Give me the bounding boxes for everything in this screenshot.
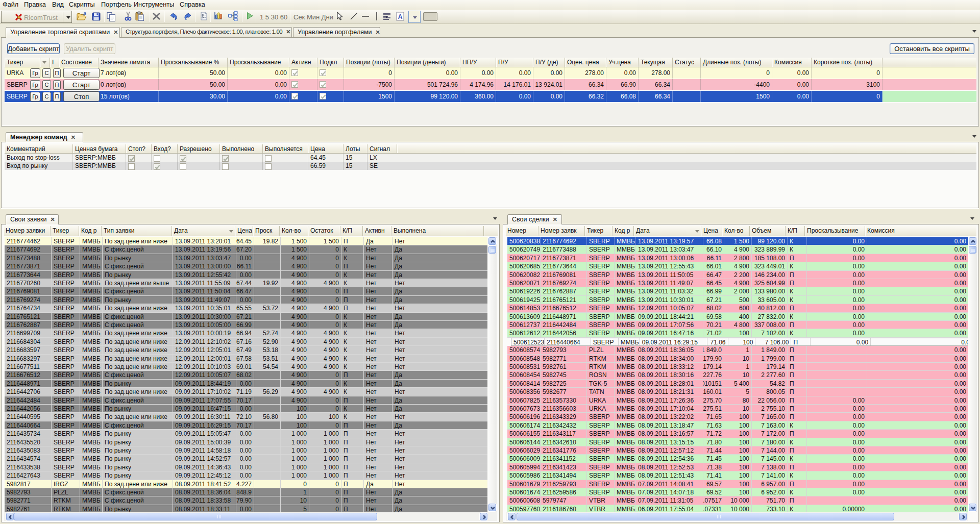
svg-text:A: A — [398, 13, 403, 20]
